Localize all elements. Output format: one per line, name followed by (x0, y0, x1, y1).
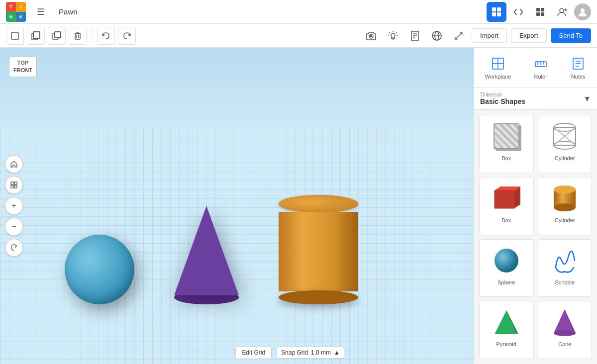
svg-rect-12 (11, 32, 18, 39)
cylinder-shape[interactable] (279, 195, 358, 304)
snap-grid-arrow: ▲ (334, 349, 340, 356)
zoom-in-button[interactable]: + (5, 197, 23, 215)
zoom-out-button[interactable]: − (5, 218, 23, 236)
ruler-tool[interactable]: Ruler (527, 53, 555, 83)
shape-cylinder-solid[interactable]: Cylinder (538, 177, 593, 235)
ruler-label: Ruler (534, 74, 547, 80)
add-person-button[interactable] (552, 2, 572, 22)
avatar[interactable] (574, 3, 591, 20)
delete-button[interactable] (69, 27, 87, 45)
duplicate-button[interactable] (48, 27, 66, 45)
shape-box-solid[interactable]: Box (479, 177, 534, 235)
svg-rect-0 (492, 7, 496, 11)
cylinder-bottom (279, 290, 358, 304)
logo-k: K (16, 12, 26, 22)
brand-label: Tinkercad (480, 92, 525, 97)
export-button[interactable]: Export (511, 28, 547, 43)
new-button[interactable] (6, 27, 24, 45)
svg-point-66 (495, 249, 518, 273)
workplane-tool[interactable]: Workplane (479, 53, 517, 83)
notes-button[interactable] (406, 27, 424, 45)
notes-tool[interactable]: Notes (564, 53, 592, 83)
shape-label-sphere-solid: Sphere (498, 279, 515, 285)
send-to-button[interactable]: Send To (551, 28, 591, 43)
svg-point-24 (391, 33, 395, 37)
svg-rect-6 (536, 12, 540, 16)
home-view-button[interactable] (5, 155, 23, 173)
project-name: Pawn (59, 7, 78, 16)
snap-grid-label: Snap Grid (281, 349, 308, 356)
shape-preview-cylinder-solid (549, 182, 581, 214)
snap-grid-control[interactable]: Snap Grid 1.0 mm ▲ (277, 347, 344, 359)
cone-shape[interactable] (174, 206, 239, 304)
camera-button[interactable] (362, 27, 380, 45)
svg-point-65 (554, 185, 576, 193)
blocks-view-button[interactable] (530, 2, 550, 22)
svg-rect-59 (495, 190, 514, 208)
menu-icon[interactable]: ☰ (31, 2, 51, 22)
shape-preview-cone-solid (549, 306, 581, 338)
import-button[interactable]: Import (472, 28, 507, 43)
shape-preview-pyramid-solid (491, 306, 522, 338)
svg-point-11 (581, 8, 585, 12)
copy-button[interactable] (27, 27, 45, 45)
svg-rect-7 (541, 12, 544, 16)
shape-preview-cylinder-hole (549, 120, 581, 152)
tinkercad-logo[interactable]: T I N K (6, 2, 26, 22)
shape-label-box-hole: Box (501, 155, 511, 161)
fit-view-button[interactable] (5, 176, 23, 194)
zoom-out-icon: − (11, 222, 16, 231)
measure-button[interactable] (450, 27, 468, 45)
right-panel: Workplane Ruler Notes Tinkercad Basic Sh… (474, 48, 597, 364)
svg-marker-67 (495, 310, 518, 334)
shape-pyramid-solid[interactable]: Pyramid (479, 301, 534, 359)
view3d-button[interactable] (428, 27, 446, 45)
shape-cone-solid[interactable]: Cone (538, 301, 593, 359)
category-dropdown-arrow[interactable]: ▼ (583, 94, 591, 103)
svg-line-28 (396, 32, 397, 33)
panel-tools: Workplane Ruler Notes (474, 48, 597, 88)
panel-collapse-arrow[interactable]: › (0, 194, 1, 218)
cone-body (174, 206, 239, 295)
cylinder-top (279, 195, 358, 213)
toolbar-right: Import Export Send To (362, 27, 591, 45)
shape-preview-scribble (549, 245, 581, 276)
edit-grid-button[interactable]: Edit Grid (235, 346, 272, 359)
workplane-icon (490, 56, 506, 72)
code-view-button[interactable] (508, 2, 528, 22)
redo-button[interactable] (118, 27, 136, 45)
shape-sphere-solid[interactable]: Sphere (479, 239, 534, 297)
svg-rect-19 (75, 34, 80, 39)
ruler-icon (533, 56, 549, 72)
viewport[interactable]: TOP FRONT + − (0, 48, 474, 364)
shape-scribble[interactable]: Scribble (538, 239, 593, 297)
main-area: TOP FRONT + − (0, 48, 597, 364)
svg-rect-39 (11, 182, 13, 184)
svg-rect-14 (33, 32, 40, 38)
nav-icons (487, 2, 591, 22)
notes-label: Notes (571, 74, 586, 80)
sky-bg (0, 48, 474, 127)
svg-rect-4 (536, 8, 540, 11)
svg-point-64 (554, 203, 576, 211)
logo-i: I (16, 2, 26, 12)
rotate-button[interactable] (5, 239, 23, 257)
svg-point-70 (554, 330, 576, 336)
svg-rect-3 (497, 12, 501, 16)
svg-rect-5 (541, 8, 544, 11)
svg-point-8 (560, 8, 564, 12)
bottom-bar: Edit Grid Snap Grid 1.0 mm ▲ (235, 346, 344, 359)
grid-view-button[interactable] (487, 2, 506, 22)
shape-label-scribble: Scribble (555, 279, 575, 285)
undo-button[interactable] (97, 27, 115, 45)
notes-icon (570, 56, 586, 72)
shape-label-cylinder-hole: Cylinder (555, 155, 575, 161)
shape-box-hole[interactable]: Box (479, 115, 534, 173)
shape-label-cone-solid: Cone (558, 341, 571, 347)
svg-rect-41 (11, 185, 13, 188)
left-tools: + − (5, 155, 23, 257)
sphere-shape[interactable] (65, 235, 134, 304)
shape-cylinder-hole[interactable]: Cylinder (538, 115, 593, 173)
light-button[interactable] (384, 27, 402, 45)
top-nav: T I N K ☰ Pawn (0, 0, 597, 24)
